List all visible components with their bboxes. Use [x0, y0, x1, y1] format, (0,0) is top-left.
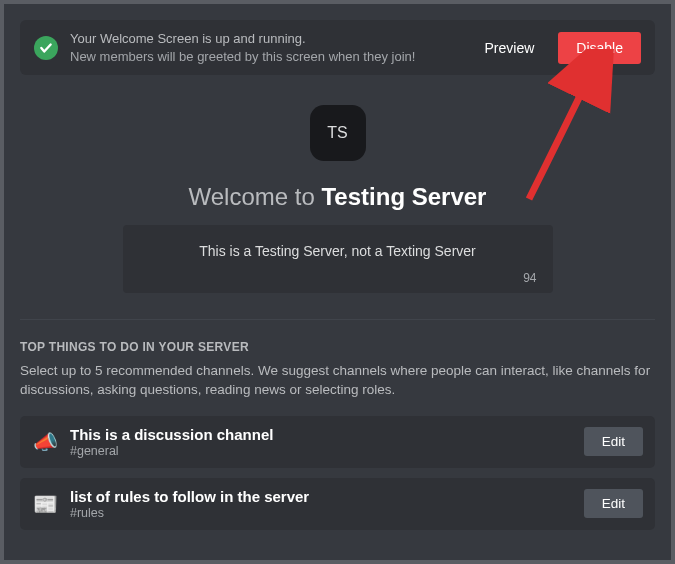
channel-text: list of rules to follow in the server #r… [70, 488, 572, 520]
channel-item[interactable]: 📣 This is a discussion channel #general … [20, 416, 655, 468]
channel-item[interactable]: 📰 list of rules to follow in the server … [20, 478, 655, 530]
channel-sub: #rules [70, 506, 572, 520]
edit-button[interactable]: Edit [584, 427, 643, 456]
description-input[interactable]: This is a Testing Server, not a Texting … [123, 225, 553, 293]
channel-title: This is a discussion channel [70, 426, 572, 443]
welcome-title: Welcome to Testing Server [189, 183, 487, 211]
divider [20, 319, 655, 320]
megaphone-icon: 📣 [32, 430, 58, 454]
check-icon [34, 36, 58, 60]
notice-line1: Your Welcome Screen is up and running. [70, 30, 461, 48]
welcome-status-notice: Your Welcome Screen is up and running. N… [20, 20, 655, 75]
section-title: TOP THINGS TO DO IN YOUR SERVER [20, 340, 655, 354]
char-count: 94 [139, 271, 537, 285]
channel-list: 📣 This is a discussion channel #general … [20, 416, 655, 530]
welcome-prefix: Welcome to [189, 183, 322, 210]
server-name: Testing Server [321, 183, 486, 210]
notice-line2: New members will be greeted by this scre… [70, 48, 461, 66]
section-description: Select up to 5 recommended channels. We … [20, 362, 655, 400]
disable-button[interactable]: Disable [558, 32, 641, 64]
channel-title: list of rules to follow in the server [70, 488, 572, 505]
channel-text: This is a discussion channel #general [70, 426, 572, 458]
newspaper-icon: 📰 [32, 492, 58, 516]
notice-text: Your Welcome Screen is up and running. N… [70, 30, 461, 65]
welcome-hero: TS Welcome to Testing Server This is a T… [20, 105, 655, 293]
server-icon: TS [310, 105, 366, 161]
edit-button[interactable]: Edit [584, 489, 643, 518]
description-text: This is a Testing Server, not a Texting … [139, 243, 537, 271]
channel-sub: #general [70, 444, 572, 458]
preview-button[interactable]: Preview [473, 32, 547, 64]
